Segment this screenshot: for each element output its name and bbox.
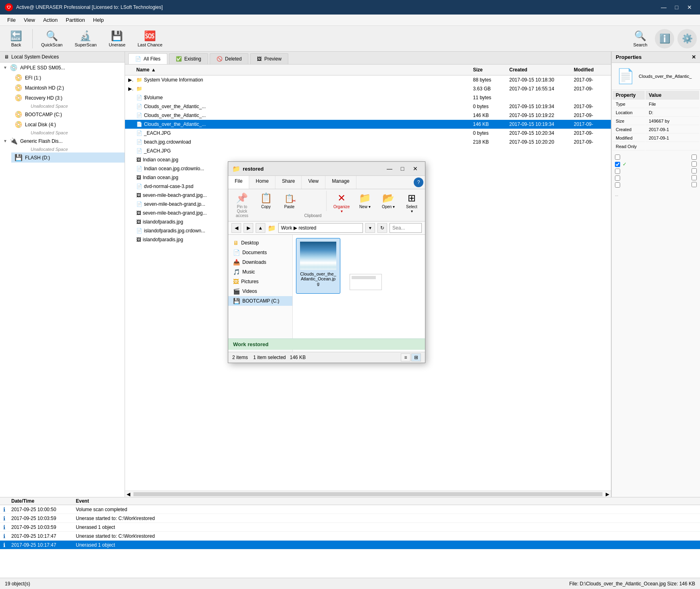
properties-close-icon[interactable]: ✕ [692, 54, 696, 60]
partition-macintosh[interactable]: 📀 Macintosh HD (2:) [11, 83, 125, 93]
partition-localdisk[interactable]: 📀 Local Disk (4:) [11, 119, 125, 129]
file-icon: 📄 [136, 104, 142, 109]
tab-allfiles[interactable]: 📄 All Files [128, 53, 167, 64]
tab-existing-label: Existing [184, 56, 201, 62]
superscan-button[interactable]: 🔬 SuperScan [69, 27, 102, 50]
checkbox-5[interactable] [615, 182, 627, 188]
search-button[interactable]: 🔍 Search [627, 27, 653, 50]
new-button[interactable]: 📁 New ▾ [355, 191, 375, 211]
file-row[interactable]: 📄 $Volume 11 bytes [125, 93, 611, 102]
checkbox-7[interactable] [692, 161, 697, 167]
sidebar-videos[interactable]: 🎬 Videos [228, 286, 292, 296]
checkbox-1[interactable] [615, 155, 627, 160]
exp-tab-file[interactable]: File [228, 176, 249, 189]
unerase-button[interactable]: 💾 Unerase [104, 27, 131, 50]
explorer-maximize-button[interactable]: □ [397, 164, 408, 173]
paste-button[interactable]: 📋 ✂ Paste [279, 191, 300, 211]
checkbox-8[interactable] [692, 168, 697, 173]
exp-tab-home[interactable]: Home [249, 176, 275, 189]
back-icon: 🔙 [10, 30, 22, 42]
row-created [506, 204, 571, 205]
organize-button[interactable]: ✕ Organize ▾ [331, 191, 352, 215]
scroll-left-icon[interactable]: ◀ [125, 491, 132, 497]
documents-icon: 📄 [233, 249, 240, 256]
pin-quickaccess-button[interactable]: 📌 Pin to Quickaccess [231, 191, 253, 219]
partition-bootcamp[interactable]: 📀 BOOTCAMP (C:) [11, 109, 125, 119]
checkbox-6[interactable] [692, 155, 697, 160]
file-row[interactable]: 📄 Clouds_over_the_Atlantic_... 0 bytes 2… [125, 102, 611, 111]
back-button[interactable]: 🔙 Back [3, 27, 29, 50]
maximize-button[interactable]: □ [671, 3, 682, 12]
menu-file[interactable]: File [3, 15, 20, 25]
view-large-button[interactable]: ⊞ [411, 353, 421, 361]
col-created-header[interactable]: Created [506, 66, 571, 73]
col-modified-header[interactable]: Modified [571, 66, 611, 73]
exp-tab-manage[interactable]: Manage [325, 176, 356, 189]
explorer-close-button[interactable]: ✕ [410, 164, 421, 173]
settings-button[interactable]: ⚙️ [677, 29, 697, 48]
address-input[interactable] [278, 223, 363, 233]
search-icon: 🔍 [634, 30, 646, 42]
checkbox-10[interactable] [692, 182, 697, 187]
explorer-ribbon: File Home Share View Manage ? 📌 Pin to Q… [228, 176, 425, 221]
col-name-header[interactable]: Name ▲ [133, 66, 470, 73]
recent-locations-button[interactable]: ▾ [365, 223, 375, 233]
sidebar-downloads[interactable]: 📥 Downloads [228, 257, 292, 267]
copy-button[interactable]: 📋 Copy [256, 191, 276, 211]
nav-back-button[interactable]: ◀ [231, 223, 241, 233]
paste-label: Paste [284, 205, 295, 209]
file-row[interactable]: 📄 Clouds_over_the_Atlantic_... 146 KB 20… [125, 120, 611, 129]
file-row[interactable]: 📄 _EACH.JPG 0 bytes 2017-09-15 10:20:34 … [125, 129, 611, 138]
lastchance-label: Last Chance [138, 42, 162, 47]
sidebar-bootcamp[interactable]: 💾 BOOTCAMP (C:) [228, 296, 292, 306]
drive-apple-ssd[interactable]: ▼ 💿 APPLE SSD SM05... [0, 63, 125, 73]
quickscan-button[interactable]: 🔍 QuickScan [36, 27, 68, 50]
explorer-window: 📁 restored — □ ✕ File Home Share View Ma… [228, 161, 425, 363]
file-row[interactable]: 📄 beach.jpg.crdownload 218 KB 2017-09-15… [125, 138, 611, 146]
checkbox-9[interactable] [692, 175, 697, 180]
tab-preview[interactable]: 🖼 Preview [250, 53, 288, 64]
select-button[interactable]: ⊞ Select ▾ [402, 191, 422, 215]
explorer-file-clouds[interactable]: Clouds_over_the_Atlantic_Ocean.jpg [296, 238, 340, 294]
file-row[interactable]: ▶ 📁 3.63 GB 2017-09-17 16:55:14 2017-09- [125, 84, 611, 93]
help-icon[interactable]: ? [414, 178, 423, 187]
exp-tab-view[interactable]: View [302, 176, 325, 189]
sidebar-pictures[interactable]: 🖼 Pictures [228, 277, 292, 286]
videos-icon: 🎬 [233, 288, 240, 294]
partition-efi[interactable]: 📀 EFI (1:) [11, 73, 125, 83]
col-size-header[interactable]: Size [470, 66, 506, 73]
explorer-minimize-button[interactable]: — [384, 164, 395, 173]
nav-up-button[interactable]: ▲ [256, 223, 265, 233]
checkbox-3[interactable] [615, 169, 627, 174]
checkbox-2[interactable]: ✓ [615, 161, 627, 167]
lastchance-button[interactable]: 🆘 Last Chance [132, 27, 168, 50]
file-row[interactable]: 📄 _EACH.JPG [125, 146, 611, 155]
sidebar-documents[interactable]: 📄 Documents [228, 248, 292, 257]
menu-help[interactable]: Help [89, 15, 108, 25]
scroll-right-icon[interactable]: ▶ [604, 491, 611, 497]
nav-forward-button[interactable]: ▶ [244, 223, 253, 233]
info-button[interactable]: ℹ️ [655, 29, 674, 48]
refresh-button[interactable]: ↻ [377, 223, 387, 233]
checkbox-4[interactable] [615, 175, 627, 181]
open-button[interactable]: 📂 Open ▾ [378, 191, 398, 211]
menu-view[interactable]: View [20, 15, 39, 25]
sidebar-music[interactable]: 🎵 Music [228, 267, 292, 277]
drive-flash[interactable]: ▼ 🔌 Generic Flash Dis... [0, 136, 125, 146]
search-input[interactable] [390, 223, 422, 233]
file-row[interactable]: ▶ 📁 System Volume Information 88 bytes 2… [125, 75, 611, 84]
explorer-file-doc[interactable] [344, 270, 388, 294]
menu-action[interactable]: Action [39, 15, 62, 25]
sidebar-desktop[interactable]: 🖥 Desktop [228, 238, 292, 248]
minimize-button[interactable]: — [658, 3, 669, 12]
tab-existing[interactable]: ✅ Existing [169, 53, 208, 64]
file-scrollbar[interactable]: ◀ ▶ [125, 491, 611, 497]
partition-flash-d[interactable]: 💾 FLASH (D:) [11, 152, 125, 163]
view-list-button[interactable]: ≡ [401, 353, 410, 361]
tab-deleted[interactable]: 🚫 Deleted [210, 53, 248, 64]
menu-partition[interactable]: Partition [62, 15, 89, 25]
partition-recovery[interactable]: 📀 Recovery HD (3:) [11, 93, 125, 103]
file-row[interactable]: 📄 Clouds_over_the_Atlantic_... 146 KB 20… [125, 111, 611, 120]
close-button[interactable]: ✕ [684, 3, 695, 12]
exp-tab-share[interactable]: Share [275, 176, 302, 189]
